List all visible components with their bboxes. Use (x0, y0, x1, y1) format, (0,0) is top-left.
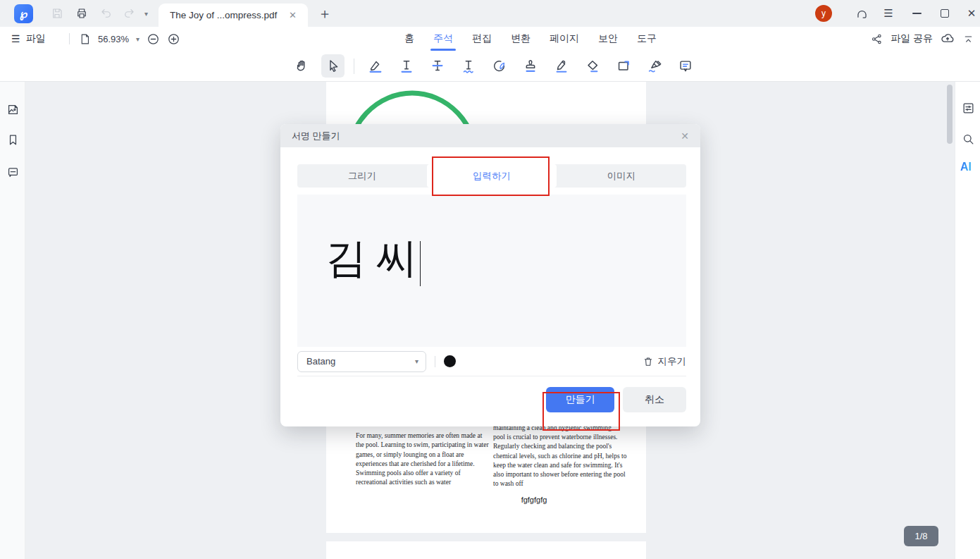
share-nodes-icon[interactable] (871, 33, 883, 45)
signature-pen-icon (554, 59, 569, 74)
zoom-level[interactable]: 56.93% (98, 34, 129, 44)
minimize-icon (912, 13, 922, 14)
comment-panel-button[interactable] (6, 166, 20, 179)
vertical-scrollbar[interactable] (947, 85, 953, 144)
maximize-button[interactable] (937, 6, 953, 21)
signature-tool-button[interactable] (550, 54, 573, 78)
strikethrough-tool-button[interactable] (426, 54, 449, 78)
dialog-title: 서명 만들기 (292, 130, 340, 142)
signature-input-area[interactable]: 김 씨 (297, 195, 686, 347)
red-annotation-type-tab (432, 156, 550, 196)
dialog-footer: 만들기 취소 (280, 376, 700, 426)
cloud-upload-icon[interactable] (941, 32, 955, 46)
search-icon (962, 133, 975, 146)
shape-tool-button[interactable] (612, 54, 635, 78)
signature-color-swatch[interactable] (444, 355, 456, 367)
undo-icon (100, 7, 113, 20)
squiggly-underline-icon (461, 59, 476, 74)
rectangle-shape-icon (616, 59, 631, 74)
support-button[interactable] (854, 6, 869, 21)
signature-text-value: 김 씨 (325, 231, 418, 286)
close-icon: ✕ (967, 7, 976, 20)
collapse-toolbar-icon[interactable] (962, 33, 974, 45)
tab-comment[interactable]: 주석 (432, 27, 454, 50)
comment-tool-button[interactable] (674, 54, 697, 78)
save-button[interactable] (49, 6, 65, 21)
ribbon-tabs: 홈 주석 편집 변환 페이지 보안 도구 (403, 27, 658, 51)
pencil-tool-button[interactable] (488, 54, 511, 78)
divider (435, 356, 435, 367)
dialog-header[interactable]: 서명 만들기 ✕ (280, 124, 700, 147)
title-bar: ℘ ▾ The Joy of ...ompress.pdf ✕ ＋ y ☰ ✕ (0, 0, 980, 27)
hand-tool-button[interactable] (290, 54, 314, 78)
headset-icon (855, 7, 869, 20)
bookmark-panel-button[interactable] (6, 133, 20, 147)
search-panel-button[interactable] (962, 133, 975, 146)
document-text-left: For many, summer memories are often made… (356, 431, 491, 488)
tab-edit[interactable]: 편집 (471, 27, 493, 50)
tab-convert[interactable]: 변환 (509, 27, 532, 50)
signature-text: 김 씨 (325, 231, 421, 286)
dialog-close-icon[interactable]: ✕ (681, 130, 689, 142)
underline-tool-button[interactable] (395, 54, 418, 78)
highlighter-icon (368, 59, 383, 74)
divider (354, 59, 354, 74)
tab-home[interactable]: 홈 (403, 27, 416, 50)
new-tab-button[interactable]: ＋ (316, 4, 334, 23)
stamp-icon (523, 59, 538, 74)
font-select-caret-icon: ▾ (415, 357, 418, 365)
font-select-value: Batang (306, 356, 335, 367)
minimize-button[interactable] (909, 6, 924, 21)
app-logo-glyph: ℘ (20, 7, 27, 20)
file-menu-label: 파일 (26, 32, 46, 45)
share-group: 파일 공유 (871, 27, 974, 51)
app-menu-button[interactable]: ☰ (881, 6, 896, 21)
clear-button[interactable]: 지우기 (643, 355, 687, 368)
file-menu-button[interactable]: ☰ 파일 (11, 27, 46, 51)
zoom-out-icon[interactable] (147, 32, 160, 46)
save-icon (51, 7, 63, 20)
highlight-tool-button[interactable] (364, 54, 387, 78)
tab-draw[interactable]: 그리기 (297, 164, 427, 188)
ai-panel-button[interactable]: AI (960, 161, 972, 173)
print-button[interactable] (74, 6, 89, 21)
document-caption: fgfgfgfg (488, 496, 580, 504)
hand-icon (294, 59, 309, 73)
tab-tools[interactable]: 도구 (635, 27, 658, 50)
history-caret-icon[interactable]: ▾ (144, 10, 148, 18)
share-label[interactable]: 파일 공유 (891, 32, 933, 45)
page-fit-icon[interactable] (79, 33, 91, 45)
zoom-in-icon[interactable] (167, 32, 180, 46)
avatar-initial: y (821, 8, 826, 18)
tab-image[interactable]: 이미지 (557, 164, 686, 188)
tab-page[interactable]: 페이지 (548, 27, 581, 50)
redo-icon (123, 7, 135, 20)
select-tool-button[interactable] (321, 54, 345, 78)
page-indicator-badge[interactable]: 1/8 (904, 526, 938, 546)
pdf-page-2[interactable] (326, 541, 646, 559)
caret-glyph: ▾ (144, 10, 148, 18)
strikethrough-icon (430, 59, 445, 74)
user-avatar[interactable]: y (815, 5, 832, 22)
stamp-tool-button[interactable] (519, 54, 542, 78)
zoom-caret-icon[interactable]: ▾ (136, 35, 139, 43)
squiggly-tool-button[interactable] (457, 54, 480, 78)
cursor-icon (325, 59, 340, 73)
pen-tool-button[interactable] (643, 54, 666, 78)
document-tab[interactable]: The Joy of ...ompress.pdf ✕ (159, 4, 308, 27)
comment-note-icon (678, 59, 693, 74)
tab-close-icon[interactable]: ✕ (286, 8, 299, 22)
thumbnail-panel-button[interactable] (6, 103, 20, 116)
window-close-button[interactable]: ✕ (964, 6, 979, 21)
undo-button[interactable] (99, 6, 114, 21)
tab-security[interactable]: 보안 (597, 27, 619, 50)
document-text-right: pool is crucial to prevent waterborne il… (493, 433, 631, 489)
redo-button[interactable] (121, 6, 137, 21)
font-select[interactable]: Batang ▾ (297, 351, 426, 372)
thumbnail-icon (6, 103, 20, 116)
eraser-tool-button[interactable] (581, 54, 604, 78)
cancel-button[interactable]: 취소 (623, 387, 686, 412)
bookmark-icon (6, 133, 20, 147)
text-cursor (420, 241, 421, 286)
properties-panel-button[interactable] (962, 102, 975, 115)
